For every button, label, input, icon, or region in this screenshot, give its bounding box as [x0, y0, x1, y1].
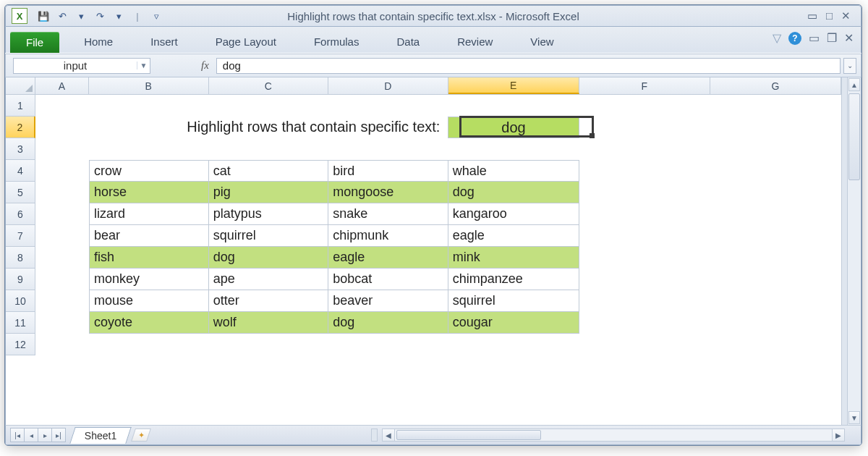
- cell-A11[interactable]: [35, 312, 89, 334]
- sheet-nav-prev-icon[interactable]: ◂: [24, 428, 38, 442]
- table-cell[interactable]: chipmunk: [328, 225, 448, 247]
- tab-insert[interactable]: Insert: [132, 30, 197, 53]
- table-cell[interactable]: crow: [89, 160, 209, 182]
- table-cell[interactable]: lizard: [89, 203, 209, 225]
- maximize-icon[interactable]: □: [826, 9, 833, 22]
- name-box[interactable]: input: [14, 59, 137, 72]
- cell-G12[interactable]: [710, 334, 841, 355]
- cell-D3[interactable]: [328, 138, 448, 160]
- table-cell[interactable]: squirrel: [448, 290, 579, 312]
- table-cell[interactable]: cat: [209, 160, 329, 182]
- row-header-12[interactable]: 12: [6, 334, 35, 355]
- table-cell[interactable]: cougar: [448, 312, 579, 334]
- cell-A2[interactable]: [35, 117, 89, 138]
- name-box-dropdown-icon[interactable]: ▼: [137, 62, 150, 69]
- table-cell[interactable]: bear: [89, 225, 209, 247]
- cell-F10[interactable]: [579, 290, 710, 312]
- search-input-cell[interactable]: dog: [448, 117, 579, 138]
- cell-B3[interactable]: [89, 138, 209, 160]
- cell-G8[interactable]: [710, 247, 841, 269]
- row-header-4[interactable]: 4: [6, 160, 35, 182]
- tab-data[interactable]: Data: [378, 30, 438, 53]
- cell-E12[interactable]: [448, 334, 579, 355]
- table-cell[interactable]: chimpanzee: [448, 269, 579, 290]
- row-header-9[interactable]: 9: [6, 269, 35, 290]
- column-header-C[interactable]: C: [209, 77, 329, 94]
- cell-G7[interactable]: [710, 225, 841, 247]
- cell-A3[interactable]: [35, 138, 89, 160]
- cell-A4[interactable]: [35, 160, 89, 182]
- chevron-down-icon[interactable]: ▾: [74, 9, 88, 23]
- cell-C1[interactable]: [209, 95, 329, 117]
- cell-G5[interactable]: [710, 182, 841, 203]
- table-cell[interactable]: snake: [328, 203, 448, 225]
- tab-home[interactable]: Home: [65, 30, 132, 53]
- table-cell[interactable]: squirrel: [209, 225, 329, 247]
- row-header-11[interactable]: 11: [6, 312, 35, 334]
- column-header-A[interactable]: A: [35, 77, 89, 94]
- cell-F6[interactable]: [579, 203, 710, 225]
- app-icon[interactable]: X: [12, 8, 27, 24]
- table-cell[interactable]: otter: [209, 290, 329, 312]
- table-cell[interactable]: wolf: [209, 312, 329, 334]
- redo-icon[interactable]: ↷: [93, 9, 107, 23]
- tab-page-layout[interactable]: Page Layout: [197, 30, 295, 53]
- cell-D1[interactable]: [328, 95, 448, 117]
- cell-G11[interactable]: [710, 312, 841, 334]
- cell-C12[interactable]: [209, 334, 329, 355]
- formula-expand-icon[interactable]: ⌄: [843, 58, 856, 74]
- cell-C3[interactable]: [209, 138, 329, 160]
- cell-B1[interactable]: [89, 95, 209, 117]
- scroll-right-icon[interactable]: ▶: [832, 428, 845, 442]
- column-header-G[interactable]: G: [710, 77, 841, 94]
- table-cell[interactable]: monkey: [89, 269, 209, 290]
- table-cell[interactable]: eagle: [328, 247, 448, 269]
- ribbon-minimize-icon[interactable]: ▽: [773, 31, 781, 45]
- table-cell[interactable]: mouse: [89, 290, 209, 312]
- column-header-D[interactable]: D: [328, 77, 448, 94]
- cell-G4[interactable]: [710, 160, 841, 182]
- row-header-10[interactable]: 10: [6, 290, 35, 312]
- cell-B12[interactable]: [89, 334, 209, 355]
- sheet-nav-last-icon[interactable]: ▸|: [51, 428, 66, 442]
- save-icon[interactable]: 💾: [36, 9, 51, 23]
- tab-view[interactable]: View: [511, 30, 572, 53]
- table-cell[interactable]: coyote: [89, 312, 209, 334]
- table-cell[interactable]: mink: [448, 247, 579, 269]
- table-cell[interactable]: bird: [328, 160, 448, 182]
- cell-A9[interactable]: [35, 269, 89, 290]
- cell-F9[interactable]: [579, 269, 710, 290]
- workbook-close-icon[interactable]: ✕: [844, 31, 854, 45]
- table-cell[interactable]: dog: [328, 312, 448, 334]
- cell-A8[interactable]: [35, 247, 89, 269]
- undo-icon[interactable]: ↶: [55, 9, 69, 23]
- table-cell[interactable]: bobcat: [328, 269, 448, 290]
- cell-G2[interactable]: [710, 117, 841, 138]
- cell-A7[interactable]: [35, 225, 89, 247]
- column-header-E[interactable]: E: [448, 77, 579, 94]
- new-sheet-icon[interactable]: ✦: [131, 428, 151, 442]
- table-cell[interactable]: pig: [209, 182, 329, 203]
- cell-A12[interactable]: [35, 334, 89, 355]
- tab-split-handle[interactable]: [371, 428, 378, 442]
- column-header-F[interactable]: F: [579, 77, 710, 94]
- scroll-left-icon[interactable]: ◀: [382, 428, 395, 442]
- cell-D12[interactable]: [328, 334, 448, 355]
- column-header-B[interactable]: B: [89, 77, 209, 94]
- cell-F11[interactable]: [579, 312, 710, 334]
- cell-F2[interactable]: [579, 117, 710, 138]
- cell-G3[interactable]: [710, 138, 841, 160]
- cell-A1[interactable]: [35, 95, 89, 117]
- vertical-split-handle[interactable]: [841, 77, 847, 425]
- row-header-3[interactable]: 3: [6, 138, 35, 160]
- table-cell[interactable]: fish: [89, 247, 209, 269]
- table-cell[interactable]: ape: [209, 269, 329, 290]
- workbook-restore-icon[interactable]: ❐: [827, 31, 837, 45]
- horizontal-scrollbar[interactable]: ◀ ▶: [382, 428, 845, 442]
- cell-F12[interactable]: [579, 334, 710, 355]
- cell-F8[interactable]: [579, 247, 710, 269]
- fx-label[interactable]: fx: [201, 59, 209, 72]
- workbook-minimize-icon[interactable]: ▭: [809, 31, 820, 45]
- scroll-down-icon[interactable]: ▼: [848, 411, 860, 424]
- vertical-scrollbar[interactable]: ▲ ▼: [847, 77, 861, 425]
